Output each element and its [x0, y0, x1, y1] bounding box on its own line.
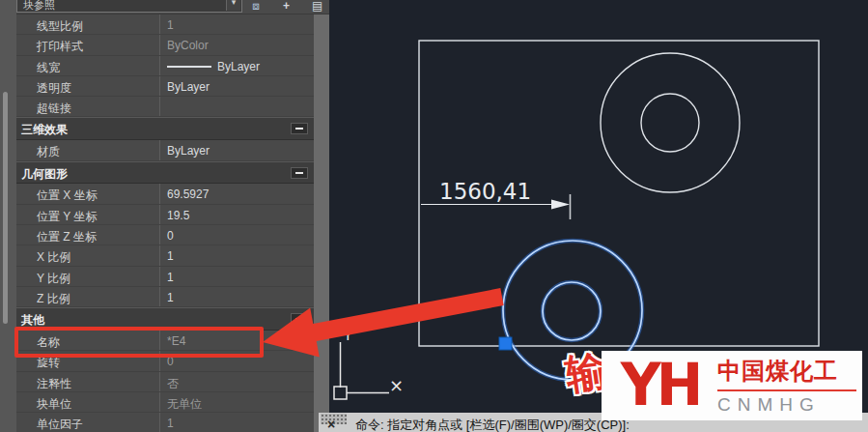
prop-value[interactable]: 1 [159, 245, 314, 265]
chevron-down-icon[interactable]: ▾ [226, 0, 240, 11]
prop-row-linetype-scale: 线型比例 1 [16, 14, 314, 35]
collapse-icon[interactable] [291, 313, 308, 325]
prop-row-position-z: 位置 Z 坐标 0 [16, 225, 314, 245]
quick-select-icon[interactable]: ▤ [312, 0, 322, 13]
palette-scrollbar-track[interactable] [314, 0, 329, 432]
prop-label: 透明度 [16, 76, 159, 96]
properties-palette: 块参照 ▾ ⧈ + ▤ 线型比例 1 打印样式 ByColor 线宽 ByLay… [16, 0, 314, 432]
prop-value[interactable]: 1 [159, 267, 314, 286]
watermark-subtitle: CNMHG [717, 394, 856, 416]
lineweight-sample-icon [167, 66, 211, 68]
prop-value[interactable]: 1 [159, 14, 314, 34]
autocad-window: 块参照 ▾ ⧈ + ▤ 线型比例 1 打印样式 ByColor 线宽 ByLay… [0, 0, 868, 432]
prop-value[interactable]: 0 [159, 225, 314, 245]
prop-value[interactable]: 69.5927 [159, 184, 314, 203]
prop-value[interactable]: 无单位 [159, 392, 314, 412]
property-grid: 线型比例 1 打印样式 ByColor 线宽 ByLayer 透明度 ByLay… [16, 14, 314, 432]
prop-row-transparency: 透明度 ByLayer [16, 76, 314, 97]
prop-label: 打印样式 [16, 35, 159, 54]
prop-row-annotative: 注释性 否 [16, 372, 314, 392]
prop-value[interactable]: 1 [159, 413, 314, 432]
command-prompt[interactable]: 命令: 指定对角点或 [栏选(F)/圈围(WP)/圈交(CP)]: [355, 417, 630, 432]
prop-label: X 比例 [16, 245, 159, 265]
prop-value-text: ByLayer [217, 60, 260, 73]
prop-label: 位置 Z 坐标 [16, 225, 159, 245]
pickadd-toggle-icon[interactable]: + [283, 0, 290, 13]
prop-label: 位置 Y 坐标 [16, 205, 159, 224]
prop-label: 线宽 [16, 56, 159, 75]
prop-label: Z 比例 [16, 287, 159, 306]
watermark: YH 中国煤化工 CNMHG [602, 351, 862, 420]
prop-row-scale-z: Z 比例 1 [16, 287, 314, 307]
watermark-logo: YH [605, 352, 714, 418]
palette-edge-strip [0, 0, 16, 432]
object-type-value: 块参照 [23, 0, 55, 11]
select-objects-icon[interactable]: ⧈ [252, 0, 260, 13]
prop-label: 单位因子 [16, 413, 159, 432]
watermark-divider [717, 389, 856, 391]
prop-label: 材质 [16, 140, 159, 159]
object-type-dropdown[interactable]: 块参照 ▾ [16, 0, 242, 13]
close-icon[interactable]: × [327, 418, 335, 431]
prop-row-lineweight: 线宽 ByLayer [16, 56, 314, 76]
prop-label: 位置 X 坐标 [16, 184, 159, 203]
section-header-geometry[interactable]: 几何图形 [16, 161, 314, 185]
prop-value[interactable]: ByLayer [159, 76, 314, 96]
section-header-3d-effects[interactable]: 三维效果 [16, 117, 314, 140]
prop-value[interactable]: ByColor [159, 35, 314, 54]
prop-label: 注释性 [16, 372, 159, 391]
prop-value[interactable]: 否 [159, 372, 314, 391]
prop-label: 超链接 [16, 97, 159, 116]
prop-value[interactable]: ByLayer [159, 140, 314, 159]
collapse-icon[interactable] [291, 167, 308, 179]
prop-value[interactable]: 1 [159, 287, 314, 306]
palette-grab-handle[interactable] [3, 92, 8, 324]
prop-value[interactable]: 19.5 [159, 205, 314, 224]
prop-row-material: 材质 ByLayer [16, 140, 314, 160]
prop-row-unit-factor: 单位因子 1 [16, 413, 314, 432]
prop-label: Y 比例 [16, 267, 159, 286]
prop-row-position-y: 位置 Y 坐标 19.5 [16, 205, 314, 225]
prop-row-plot-style: 打印样式 ByColor [16, 35, 314, 55]
highlight-box [14, 327, 264, 358]
prop-row-scale-y: Y 比例 1 [16, 267, 314, 287]
prop-label: 块单位 [16, 392, 159, 412]
collapse-icon[interactable] [291, 123, 308, 134]
prop-row-block-unit: 块单位 无单位 [16, 392, 314, 413]
watermark-title: 中国煤化工 [717, 356, 856, 387]
prop-label: 线型比例 [16, 14, 159, 34]
prop-row-position-x: 位置 X 坐标 69.5927 [16, 184, 314, 204]
prop-value[interactable] [159, 97, 314, 116]
prop-row-hyperlink: 超链接 [16, 97, 314, 117]
prop-row-scale-x: X 比例 1 [16, 245, 314, 266]
prop-value[interactable]: ByLayer [159, 56, 314, 75]
palette-toolbar: 块参照 ▾ ⧈ + ▤ [16, 0, 329, 14]
